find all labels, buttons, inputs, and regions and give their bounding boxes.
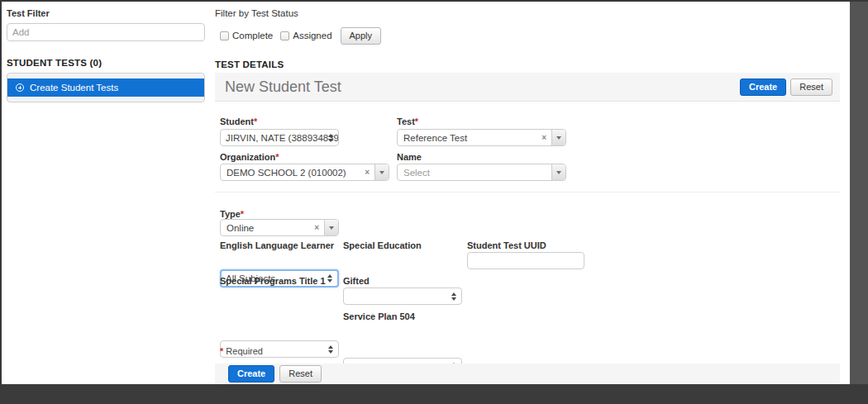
required-asterisk: * — [415, 116, 418, 126]
clear-x-icon[interactable]: × — [312, 220, 324, 235]
reset-button-bottom[interactable]: Reset — [279, 365, 322, 383]
clear-x-icon[interactable]: × — [363, 164, 374, 180]
form-footer: Create Reset — [215, 364, 840, 384]
dropdown-caret-button[interactable] — [551, 164, 565, 180]
apply-button[interactable]: Apply — [341, 27, 382, 45]
clear-x-icon[interactable]: × — [540, 130, 551, 145]
create-button-top[interactable]: Create — [740, 78, 786, 96]
caret-down-icon — [329, 226, 334, 230]
page: Test Filter STUDENT TESTS (0) Create Stu… — [2, 2, 850, 384]
required-asterisk: * — [254, 116, 257, 126]
dropdown-caret-button[interactable] — [374, 164, 389, 180]
select-stepper-icon — [451, 292, 456, 301]
student-test-uuid-label: Student Test UUID — [467, 240, 546, 250]
assigned-checkbox[interactable] — [280, 31, 289, 40]
caret-down-icon — [556, 171, 561, 174]
select-stepper-icon — [328, 345, 333, 354]
plus-circle-icon — [16, 83, 24, 92]
complete-checkbox[interactable] — [220, 31, 229, 40]
required-asterisk: * — [220, 346, 223, 356]
dropdown-caret-button[interactable] — [551, 130, 565, 145]
caret-down-icon — [556, 136, 561, 140]
dropdown-caret-button[interactable] — [324, 220, 338, 235]
reset-button-top[interactable]: Reset — [790, 78, 832, 96]
test-combobox[interactable]: Reference Test × — [397, 129, 566, 146]
english-language-learner-label: English Language Learner — [220, 240, 334, 250]
special-education-label: Special Education — [343, 240, 422, 250]
required-asterisk: * — [241, 209, 244, 219]
test-label: Test* — [397, 116, 418, 126]
type-combobox[interactable]: Online × — [220, 219, 339, 236]
form-section-divider — [215, 192, 840, 192]
organization-label: Organization* — [220, 152, 279, 162]
test-filter-input[interactable] — [7, 23, 205, 41]
type-label: Type* — [220, 209, 244, 219]
window-frame-bottom — [0, 384, 868, 404]
organization-combobox[interactable]: DEMO SCHOOL 2 (010002) × — [220, 164, 389, 181]
test-status-filter-row: Complete Assigned Apply — [220, 26, 381, 45]
sidebar-item-create-student-tests[interactable]: Create Student Tests — [7, 78, 204, 97]
required-asterisk: * — [275, 152, 279, 162]
student-test-uuid-input[interactable] — [467, 252, 584, 269]
name-label: Name — [397, 152, 422, 162]
create-button-bottom[interactable]: Create — [228, 365, 274, 383]
name-combobox[interactable]: Select — [397, 164, 566, 181]
service-plan-504-label: Service Plan 504 — [343, 311, 415, 321]
new-student-test-panel-header: New Student Test Create Reset — [215, 73, 840, 102]
complete-checkbox-label: Complete — [232, 31, 273, 40]
caret-down-icon — [379, 171, 384, 174]
student-select[interactable]: JIRVIN, NATE (3889348394) — [220, 129, 339, 146]
sidebar-item-label: Create Student Tests — [30, 83, 118, 93]
select-stepper-icon — [327, 274, 332, 283]
filter-by-test-status-label: Filter by Test Status — [215, 8, 298, 18]
student-tests-heading: STUDENT TESTS (0) — [7, 58, 102, 68]
test-filter-label: Test Filter — [7, 8, 50, 18]
gifted-label: Gifted — [343, 276, 370, 286]
panel-title: New Student Test — [225, 78, 341, 96]
required-note: * Required — [220, 346, 263, 356]
student-label: Student* — [220, 116, 257, 126]
assigned-checkbox-label: Assigned — [293, 31, 331, 40]
select-stepper-icon — [328, 134, 333, 142]
special-education-select[interactable] — [343, 288, 462, 305]
special-programs-title-1-label: Special Programs Title 1 — [220, 276, 326, 286]
test-details-heading: TEST DETAILS — [215, 59, 284, 69]
student-tests-list: Create Student Tests — [7, 73, 205, 102]
